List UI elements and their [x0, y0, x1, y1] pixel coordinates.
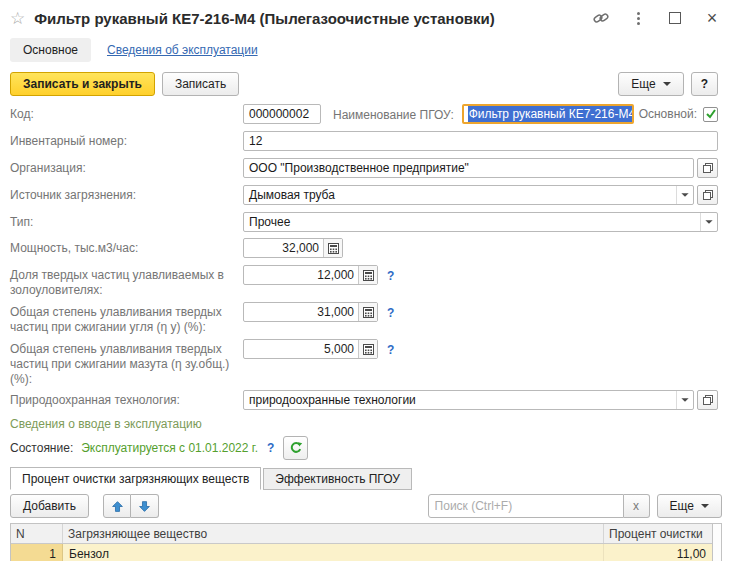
- solid-share-label: Доля твердых частиц улавливаемых в золоу…: [10, 265, 243, 298]
- cell-substance[interactable]: Бензол: [63, 544, 604, 561]
- eco-tech-label: Природоохранная технология:: [10, 390, 243, 408]
- command-bar: Записать и закрыть Записать Еще ?: [0, 70, 732, 104]
- row-type: Тип: Прочее: [0, 212, 732, 232]
- commissioning-group-title: Сведения о вводе в эксплуатацию: [0, 415, 732, 436]
- cell-n[interactable]: 1: [11, 544, 63, 561]
- pollution-source-dropdown-icon[interactable]: [676, 186, 693, 204]
- title-bar: ☆ Фильтр рукавный КЕ7-216-М4 (Пылегазооч…: [0, 0, 732, 36]
- state-link[interactable]: Эксплуатируется с 01.01.2022 г.: [81, 441, 258, 455]
- type-field[interactable]: Прочее: [243, 212, 718, 232]
- inventory-label: Инвентарный номер:: [10, 131, 243, 149]
- pollutants-table: N Загрязняющее вещество Процент очистки …: [10, 523, 722, 561]
- coal-field[interactable]: 31,000: [243, 302, 378, 322]
- table-more-button[interactable]: Еще: [657, 494, 722, 518]
- row-code: Код: 000000002 Наименование ПГОУ: Фильтр…: [0, 104, 732, 124]
- row-eco-tech: Природоохранная технология: природоохран…: [0, 390, 732, 410]
- maximize-icon[interactable]: [667, 10, 683, 26]
- fuel-oil-help-link[interactable]: ?: [387, 341, 394, 357]
- calculator-icon[interactable]: [358, 266, 377, 284]
- favorite-star-icon[interactable]: ☆: [10, 8, 25, 29]
- pollution-source-field[interactable]: Дымовая труба: [243, 185, 694, 205]
- pollution-source-open-button[interactable]: [697, 185, 718, 205]
- search-input[interactable]: [428, 494, 624, 518]
- organization-open-button[interactable]: [697, 158, 718, 178]
- row-organization: Организация: ООО "Производственное предп…: [0, 158, 732, 178]
- row-pollution-source: Источник загрязнения: Дымовая труба: [0, 185, 732, 205]
- add-button[interactable]: Добавить: [10, 494, 89, 518]
- refresh-button[interactable]: [283, 436, 308, 460]
- selected-text: Фильтр рукавный КЕ7-216-М4: [468, 106, 634, 122]
- eco-tech-field[interactable]: природоохранные технологии: [243, 390, 694, 410]
- calculator-icon[interactable]: [358, 303, 377, 321]
- row-inventory: Инвентарный номер: 12: [0, 131, 732, 151]
- state-label: Состояние:: [10, 441, 73, 455]
- pollution-source-label: Источник загрязнения:: [10, 185, 243, 203]
- move-up-button[interactable]: [103, 494, 131, 518]
- close-icon[interactable]: ×: [704, 10, 720, 26]
- coal-label: Общая степень улавливания твердых частиц…: [10, 302, 243, 335]
- tab-efficiency[interactable]: Эффективность ПГОУ: [263, 468, 412, 490]
- move-down-button[interactable]: [131, 494, 159, 518]
- chevron-down-icon: [663, 82, 671, 86]
- more-menu-icon[interactable]: [630, 10, 646, 26]
- pollutant-tabs: Процент очистки загрязняющих веществ Эфф…: [0, 467, 732, 490]
- calculator-icon[interactable]: [323, 239, 342, 257]
- primary-checkbox[interactable]: [703, 107, 718, 122]
- name-field[interactable]: Фильтр рукавный КЕ7-216-М4: [462, 104, 634, 124]
- state-help-link[interactable]: ?: [267, 441, 274, 455]
- power-field[interactable]: 32,000: [243, 238, 343, 258]
- fuel-oil-field[interactable]: 5,000: [243, 339, 378, 359]
- type-dropdown-icon[interactable]: [700, 213, 717, 231]
- table-header: N Загрязняющее вещество Процент очистки: [11, 524, 712, 544]
- get-link-icon[interactable]: [593, 10, 609, 26]
- coal-help-link[interactable]: ?: [387, 304, 394, 320]
- save-and-close-button[interactable]: Записать и закрыть: [10, 72, 155, 96]
- more-button[interactable]: Еще: [618, 72, 683, 96]
- tab-main[interactable]: Основное: [10, 38, 91, 62]
- chevron-down-icon: [701, 504, 709, 508]
- column-header-substance[interactable]: Загрязняющее вещество: [63, 524, 604, 543]
- row-state: Состояние: Эксплуатируется с 01.01.2022 …: [0, 436, 732, 460]
- organization-field[interactable]: ООО "Производственное предприятие": [243, 158, 694, 178]
- row-power: Мощность, тыс.м3/час: 32,000: [0, 238, 732, 258]
- column-header-n[interactable]: N: [11, 524, 63, 543]
- help-button[interactable]: ?: [691, 72, 718, 96]
- inventory-field[interactable]: 12: [243, 131, 718, 151]
- clear-search-icon[interactable]: x: [624, 494, 650, 518]
- section-tabs: Основное Сведения об эксплуатации: [0, 36, 732, 70]
- eco-tech-dropdown-icon[interactable]: [676, 391, 693, 409]
- eco-tech-open-button[interactable]: [697, 390, 718, 410]
- table-row[interactable]: 1 Бензол 11,00: [11, 544, 712, 561]
- name-label: Наименование ПГОУ:: [333, 108, 454, 122]
- power-label: Мощность, тыс.м3/час:: [10, 238, 243, 256]
- table-toolbar: Добавить x Еще: [0, 490, 732, 523]
- save-button[interactable]: Записать: [162, 72, 239, 96]
- code-field[interactable]: 000000002: [243, 104, 321, 124]
- row-coal: Общая степень улавливания твердых частиц…: [0, 302, 732, 335]
- calculator-icon[interactable]: [358, 340, 377, 358]
- row-fuel-oil: Общая степень улавливания твердых частиц…: [0, 339, 732, 387]
- organization-label: Организация:: [10, 158, 243, 176]
- window-title: Фильтр рукавный КЕ7-216-М4 (Пылегазоочис…: [34, 10, 495, 27]
- code-label: Код:: [10, 104, 243, 122]
- column-header-percent[interactable]: Процент очистки: [604, 524, 712, 543]
- form-window: ☆ Фильтр рукавный КЕ7-216-М4 (Пылегазооч…: [0, 0, 732, 561]
- type-label: Тип:: [10, 212, 243, 230]
- solid-share-field[interactable]: 12,000: [243, 265, 378, 285]
- tab-purification-percent[interactable]: Процент очистки загрязняющих веществ: [10, 467, 261, 490]
- table-scrollbar[interactable]: [712, 524, 721, 561]
- fuel-oil-label: Общая степень улавливания твердых частиц…: [10, 339, 243, 387]
- row-solid-share: Доля твердых частиц улавливаемых в золоу…: [0, 265, 732, 298]
- cell-percent[interactable]: 11,00: [604, 544, 712, 561]
- primary-label: Основной:: [639, 107, 697, 121]
- tab-operation-info[interactable]: Сведения об эксплуатации: [105, 38, 260, 62]
- solid-share-help-link[interactable]: ?: [387, 267, 394, 283]
